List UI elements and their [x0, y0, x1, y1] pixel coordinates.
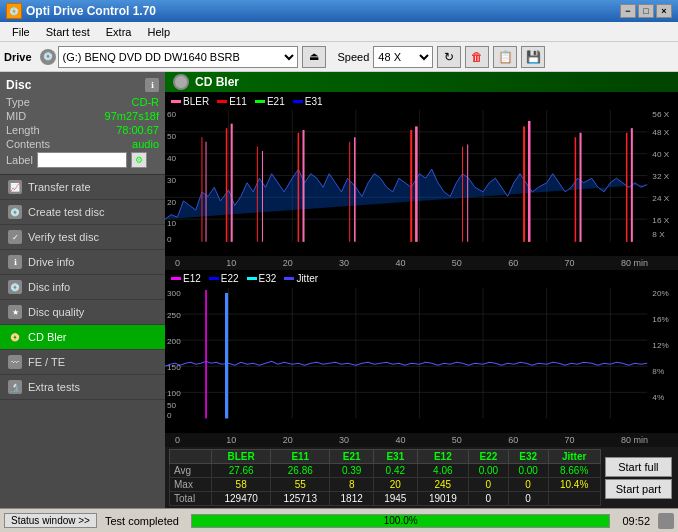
- svg-text:16%: 16%: [652, 315, 668, 324]
- extra-tests-icon: 🔬: [8, 380, 22, 394]
- col-header-blank: [170, 450, 212, 464]
- start-part-button[interactable]: Start part: [605, 479, 672, 499]
- lower-chart-area: 300 250 200 150 100 50 0 20% 16% 12% 8% …: [165, 288, 678, 434]
- chart-header: CD Bler: [165, 72, 678, 92]
- sidebar-label-transfer-rate: Transfer rate: [28, 181, 91, 193]
- row-avg-label: Avg: [170, 464, 212, 478]
- e12-color: [171, 277, 181, 280]
- lower-x-axis: 0 10 20 30 40 50 60 70 80 min: [165, 433, 678, 447]
- save-button[interactable]: 💾: [521, 46, 545, 68]
- cd-bler-icon: 📀: [8, 330, 22, 344]
- table-container: BLER E11 E21 E31 E12 E22 E32 Jitter Avg: [165, 447, 678, 508]
- sidebar-item-drive-info[interactable]: ℹ Drive info: [0, 250, 165, 275]
- bler-color: [171, 100, 181, 103]
- disc-info-icon2: 💿: [8, 280, 22, 294]
- content-area: CD Bler BLER E11 E21 E31: [165, 72, 678, 508]
- svg-text:48 X: 48 X: [652, 129, 669, 137]
- svg-text:20: 20: [167, 198, 176, 206]
- row-total-e12: 19019: [417, 492, 468, 506]
- lower-x-axis-labels: 0 10 20 30 40 50 60 70 80 min: [175, 435, 648, 445]
- svg-text:8 X: 8 X: [652, 231, 664, 239]
- row-total-e21: 1812: [330, 492, 374, 506]
- upper-chart-svg: 56 X 48 X 40 X 32 X 24 X 16 X 8 X: [165, 110, 678, 256]
- label-label: Label: [6, 154, 33, 166]
- menu-help[interactable]: Help: [139, 24, 178, 40]
- svg-text:60: 60: [167, 111, 176, 119]
- label-gear-button[interactable]: ⚙: [131, 152, 147, 168]
- menu-file[interactable]: File: [4, 24, 38, 40]
- start-full-button[interactable]: Start full: [605, 457, 672, 477]
- label-input[interactable]: [37, 152, 127, 168]
- sidebar-item-transfer-rate[interactable]: 📈 Transfer rate: [0, 175, 165, 200]
- upper-chart-legend: BLER E11 E21 E31: [165, 92, 678, 110]
- e22-label: E22: [221, 273, 239, 284]
- maximize-button[interactable]: □: [638, 4, 654, 18]
- e12-label: E12: [183, 273, 201, 284]
- status-window-button[interactable]: Status window >>: [4, 513, 97, 528]
- status-icon: [658, 513, 674, 529]
- erase-button[interactable]: 🗑: [465, 46, 489, 68]
- legend-e11: E11: [217, 96, 247, 107]
- row-max-e22: 0: [469, 478, 509, 492]
- row-total-label: Total: [170, 492, 212, 506]
- minimize-button[interactable]: −: [620, 4, 636, 18]
- upper-x-axis-labels: 0 10 20 30 40 50 60 70 80 min: [175, 258, 648, 268]
- row-total-bler: 129470: [212, 492, 271, 506]
- status-text: Test completed: [105, 515, 179, 527]
- sidebar-item-extra-tests[interactable]: 🔬 Extra tests: [0, 375, 165, 400]
- app-title: Opti Drive Control 1.70: [26, 4, 156, 18]
- svg-text:200: 200: [167, 337, 181, 346]
- svg-text:50: 50: [167, 133, 176, 141]
- length-label: Length: [6, 124, 40, 136]
- sidebar-label-cd-bler: CD Bler: [28, 331, 67, 343]
- close-button[interactable]: ×: [656, 4, 672, 18]
- row-max-jitter: 10.4%: [548, 478, 600, 492]
- e21-color: [255, 100, 265, 103]
- e21-label: E21: [267, 96, 285, 107]
- refresh-button[interactable]: ↻: [437, 46, 461, 68]
- sidebar-label-verify-test-disc: Verify test disc: [28, 231, 99, 243]
- progress-bar-container: 100.0%: [191, 514, 611, 528]
- app-icon: 💿: [6, 3, 22, 19]
- sidebar-item-fe-te[interactable]: 〰 FE / TE: [0, 350, 165, 375]
- menu-extra[interactable]: Extra: [98, 24, 140, 40]
- verify-test-disc-icon: ✓: [8, 230, 22, 244]
- transfer-rate-icon: 📈: [8, 180, 22, 194]
- copy-button[interactable]: 📋: [493, 46, 517, 68]
- chart-title: CD Bler: [195, 75, 239, 89]
- sidebar-item-disc-quality[interactable]: ★ Disc quality: [0, 300, 165, 325]
- sidebar-item-create-test-disc[interactable]: 💿 Create test disc: [0, 200, 165, 225]
- svg-text:0: 0: [167, 235, 172, 243]
- svg-text:250: 250: [167, 311, 181, 320]
- sidebar-label-fe-te: FE / TE: [28, 356, 65, 368]
- disc-panel: Disc ℹ Type CD-R MID 97m27s18f Length 78…: [0, 72, 165, 175]
- disc-info-icon[interactable]: ℹ: [145, 78, 159, 92]
- svg-text:24 X: 24 X: [652, 194, 669, 202]
- drive-select[interactable]: (G:) BENQ DVD DD DW1640 BSRB: [58, 46, 298, 68]
- type-value: CD-R: [132, 96, 160, 108]
- sidebar-item-cd-bler[interactable]: 📀 CD Bler: [0, 325, 165, 350]
- upper-chart-area: 56 X 48 X 40 X 32 X 24 X 16 X 8 X: [165, 110, 678, 256]
- sidebar-item-verify-test-disc[interactable]: ✓ Verify test disc: [0, 225, 165, 250]
- sidebar-label-create-test-disc: Create test disc: [28, 206, 104, 218]
- toolbar: Drive 💿 (G:) BENQ DVD DD DW1640 BSRB ⏏ S…: [0, 42, 678, 72]
- svg-text:50: 50: [167, 401, 177, 410]
- speed-select[interactable]: 4 X8 X16 X24 X32 X40 X48 X: [373, 46, 433, 68]
- row-total-e22: 0: [469, 492, 509, 506]
- svg-text:40: 40: [167, 154, 176, 162]
- svg-text:40 X: 40 X: [652, 151, 669, 159]
- eject-button[interactable]: ⏏: [302, 46, 326, 68]
- menu-start-test[interactable]: Start test: [38, 24, 98, 40]
- sidebar-label-drive-info: Drive info: [28, 256, 74, 268]
- svg-text:150: 150: [167, 363, 181, 372]
- row-avg-e32: 0.00: [508, 464, 548, 478]
- svg-text:300: 300: [167, 289, 181, 298]
- mid-label: MID: [6, 110, 26, 122]
- menu-bar: File Start test Extra Help: [0, 22, 678, 42]
- sidebar-item-disc-info[interactable]: 💿 Disc info: [0, 275, 165, 300]
- col-header-jitter: Jitter: [548, 450, 600, 464]
- disc-panel-title: Disc: [6, 78, 31, 92]
- progress-text: 100.0%: [192, 515, 610, 527]
- legend-jitter: Jitter: [284, 273, 318, 284]
- speed-label: Speed: [338, 51, 370, 63]
